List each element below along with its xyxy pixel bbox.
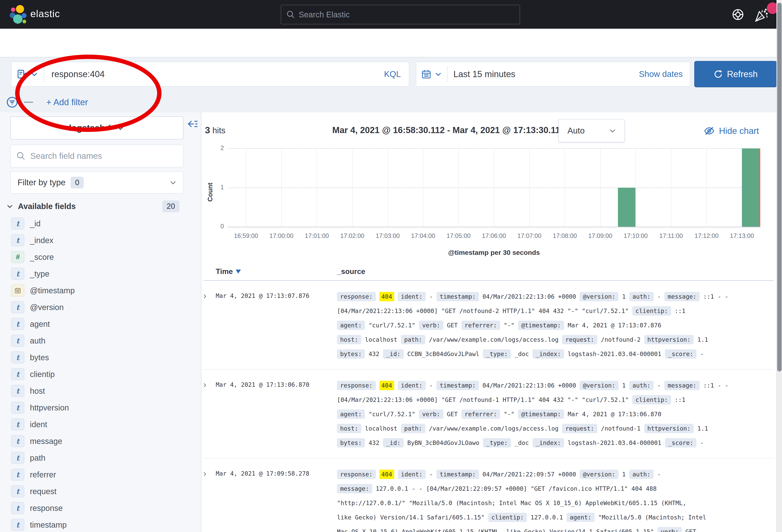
field-name-badge: path: [401, 424, 425, 433]
field-value: "-" [504, 411, 514, 418]
table-row: ›Mar 4, 2021 @ 17:09:58.278response:404i… [203, 458, 774, 532]
field-item-auth[interactable]: tauth [0, 332, 201, 349]
field-name-badge: ident: [398, 381, 426, 390]
field-item-httpversion[interactable]: thttpversion [0, 399, 201, 416]
field-name-badge: @version: [580, 381, 618, 390]
query-text[interactable]: response:404 [51, 69, 384, 79]
add-filter-button[interactable]: + Add filter [46, 97, 88, 107]
field-label: _id [30, 219, 40, 228]
field-search-input[interactable]: Search field names [10, 145, 183, 167]
time-range-value[interactable]: Last 15 minutes [453, 69, 639, 79]
hide-chart-button[interactable]: Hide chart [704, 125, 759, 136]
date-type-icon [11, 284, 24, 297]
field-label: agent [30, 319, 50, 329]
time-column-header[interactable]: Time [216, 267, 337, 276]
field-item-timestamp[interactable]: ttimestamp [0, 517, 201, 532]
field-value: like Gecko) Version/14.1 Safari/605.1.15… [337, 514, 485, 521]
field-name-badge: auth: [629, 292, 653, 301]
query-input[interactable]: response:404 KQL [11, 62, 409, 86]
field-label: @timestamp [30, 286, 75, 295]
field-item-_type[interactable]: t_type [0, 265, 201, 282]
page-scrollbar-thumb[interactable] [777, 3, 782, 371]
interval-value: Auto [567, 126, 584, 136]
results-panel: 3 hits Mar 4, 2021 @ 16:58:30.112 - Mar … [201, 112, 776, 532]
expand-row-icon[interactable]: › [203, 378, 216, 450]
field-value: GET [447, 411, 458, 418]
calendar-icon[interactable] [421, 69, 431, 79]
field-item-bytes[interactable]: tbytes [0, 349, 201, 366]
field-item-response[interactable]: tresponse [0, 500, 201, 517]
field-name-badge: @version: [580, 470, 618, 479]
hide-chart-label: Hide chart [719, 126, 759, 136]
field-value: 04/Mar/2021:22:13:06 +0000 [483, 293, 576, 300]
field-value: - [657, 293, 661, 300]
chevron-down-icon[interactable] [434, 70, 442, 78]
string-type-icon: t [11, 234, 24, 246]
table-row: ›Mar 4, 2021 @ 17:13:07.876response:404i… [203, 281, 774, 370]
filter-by-type-select[interactable]: Filter by type 0 [10, 172, 183, 194]
field-name-badge: referrer: [461, 410, 500, 419]
field-label: message [30, 437, 62, 446]
field-item-agent[interactable]: tagent [0, 316, 201, 332]
index-pattern-selector[interactable]: logstash-* [10, 116, 183, 140]
elastic-logo-icon[interactable] [9, 4, 29, 24]
show-dates-button[interactable]: Show dates [639, 69, 690, 79]
field-value: 432 [368, 439, 379, 446]
refresh-icon [713, 69, 723, 79]
row-source: response:404ident:-timestamp:04/Mar/2021… [337, 378, 774, 450]
field-item-@version[interactable]: t@version [0, 299, 201, 316]
field-value: 04/Mar/2021:22:09:57 +0000 [483, 471, 576, 478]
field-label: bytes [30, 353, 49, 362]
field-item-message[interactable]: tmessage [0, 433, 201, 450]
field-value: "curl/7.52.1" [368, 411, 415, 418]
string-type-icon: t [11, 402, 24, 414]
filter-settings-icon[interactable] [6, 96, 19, 108]
chevron-down-icon[interactable] [30, 70, 39, 78]
field-item-referrer[interactable]: treferrer [0, 466, 201, 483]
input-divider [447, 66, 448, 82]
help-icon[interactable] [731, 8, 745, 21]
collapse-sidebar-icon[interactable] [186, 118, 198, 130]
refresh-button[interactable]: Refresh [694, 61, 777, 87]
field-item-@timestamp[interactable]: @timestamp [0, 282, 201, 299]
field-name-badge: _index: [533, 349, 564, 359]
field-list: t_idt_index#_scoret_type@timestampt@vers… [0, 215, 201, 532]
field-value: _doc [514, 439, 529, 446]
field-item-_score[interactable]: #_score [0, 249, 201, 265]
field-name-badge: clientip: [632, 306, 671, 316]
date-picker[interactable]: Last 15 minutes Show dates [416, 62, 690, 86]
field-value: "Mozilla/5.0 (Macintosh; Intel [598, 514, 706, 521]
global-search-input[interactable]: Search Elastic [281, 5, 520, 24]
sort-desc-icon[interactable] [236, 270, 241, 274]
field-item-_index[interactable]: t_index [0, 232, 201, 249]
field-label: _index [30, 236, 54, 245]
field-name-badge: agent: [337, 410, 365, 419]
field-item-clientip[interactable]: tclientip [0, 366, 201, 383]
field-label: httpversion [30, 403, 69, 412]
field-value: 1.1 [697, 425, 708, 432]
field-item-_id[interactable]: t_id [0, 215, 201, 232]
field-value: /var/www/example.com/logs/access.log [429, 336, 559, 343]
interval-select[interactable]: Auto [558, 119, 625, 142]
expand-row-icon[interactable]: › [203, 467, 216, 532]
string-type-icon: t [11, 502, 24, 514]
kql-language-button[interactable]: KQL [384, 69, 409, 79]
chevron-down-icon [169, 179, 177, 187]
field-item-request[interactable]: trequest [0, 483, 201, 500]
field-value: logstash-2021.03.04-000001 [568, 439, 662, 446]
field-value: - [700, 350, 704, 357]
hits-number: 3 [205, 125, 210, 135]
type-filter-count-badge: 0 [71, 177, 83, 189]
chevron-down-icon [6, 202, 13, 210]
field-item-path[interactable]: tpath [0, 450, 201, 466]
available-fields-header[interactable]: Available fields 20 [6, 199, 195, 213]
field-value: "-" [504, 322, 514, 329]
input-divider [44, 66, 44, 82]
field-name-badge: @version: [580, 292, 618, 301]
saved-query-icon[interactable] [17, 69, 27, 79]
expand-row-icon[interactable]: › [203, 290, 216, 361]
field-item-ident[interactable]: tident [0, 416, 201, 433]
field-value: "http://127.0.0.1/" "Mozilla/5.0 (Macint… [337, 499, 686, 506]
field-name-badge: verb: [657, 527, 682, 532]
field-item-host[interactable]: thost [0, 383, 201, 399]
